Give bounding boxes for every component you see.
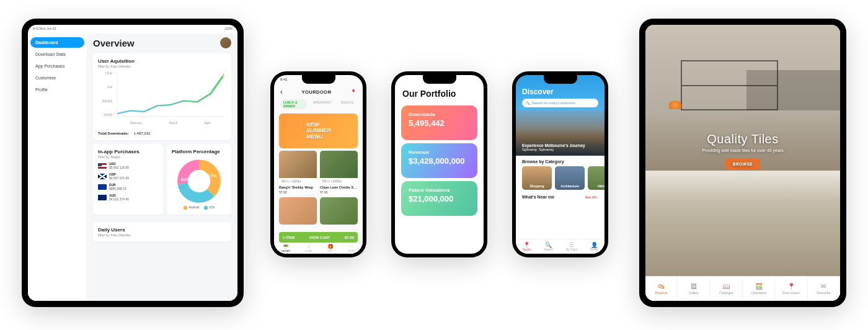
tab-home[interactable]: ⌂HOME — [305, 244, 312, 252]
status-bar: 9:41 Mon Jun 22 100% — [28, 25, 237, 33]
total-downloads-label: Total Downloads: — [98, 132, 129, 135]
tab-subscribe[interactable]: ✉Subscribe — [808, 277, 840, 301]
browse-button[interactable]: BROWSE — [725, 159, 760, 169]
user-icon: 👤 — [590, 243, 598, 248]
category-hiking[interactable]: Hiking — [588, 166, 604, 190]
tab-calculators[interactable]: 🧮Calculators — [743, 277, 775, 301]
phone-discover: Discover 🔍 Search for today's adventure … — [512, 71, 608, 257]
category-shopping[interactable]: Shopping — [522, 166, 552, 190]
ytick: 50,000 — [98, 114, 112, 117]
search-placeholder: Search for today's adventure — [532, 101, 575, 105]
stat-value: 5,495,442 — [409, 118, 470, 128]
tab-gift[interactable]: 🎁GIFT — [327, 244, 334, 252]
food-name: Clean Lean Chicke S… — [320, 185, 358, 189]
stat-label: Revenue — [409, 149, 470, 155]
food-image — [320, 197, 358, 225]
tab-bar: 🥗ORDER ⌂HOME 🎁GIFT ⋯MORE — [274, 243, 363, 254]
sidebar-item-download-stats[interactable]: Download Stats — [30, 49, 84, 60]
stat-patents[interactable]: Patent Valuations $21,000,000 — [401, 181, 477, 216]
currency-value: $4,522,374.45 — [109, 197, 129, 201]
stat-downloads[interactable]: Downloads 5,495,442 — [401, 105, 477, 140]
card-platform-percentage: Platform Percentage 63% 37% Android — [167, 144, 231, 215]
sidebar-item-profile[interactable]: Profile — [30, 84, 84, 95]
tab-my-tours[interactable]: ☰My Tours — [566, 243, 577, 251]
search-input[interactable]: 🔍 Search for today's adventure — [522, 99, 598, 107]
tab-snacks[interactable]: SNACKS — [337, 99, 356, 109]
promo-line: MENU — [306, 134, 331, 140]
card-subheading[interactable]: Filter by: Past 3 Months — [98, 65, 226, 68]
section-heading: What's Near me — [522, 195, 554, 199]
bowl-icon: 🥗 — [281, 244, 290, 249]
xtick: April — [204, 121, 210, 128]
food-item[interactable]: 5M • L • 2450kJ Clean Lean Chicke S… $7.… — [320, 151, 358, 194]
hero-image: Quality Tiles Providing well made tiles … — [645, 25, 840, 276]
food-meta: 5M • L • 2450kJ — [320, 178, 358, 185]
hero-subtitle: Providing well made tiles for over 40 ye… — [702, 148, 784, 153]
promo-banner[interactable]: NEW SUMMER MENU — [279, 114, 358, 148]
tab-more[interactable]: ⋯MORE — [348, 244, 355, 252]
back-button[interactable]: ‹ — [280, 87, 283, 96]
xtick: February — [130, 121, 143, 128]
food-image — [320, 151, 358, 178]
stat-value: $21,000,000 — [409, 194, 470, 203]
flag-eu-icon — [98, 184, 107, 190]
bag-icon: 🛍 — [658, 283, 665, 290]
xtick: March — [169, 121, 178, 128]
tab-products[interactable]: 🛍Products — [645, 277, 678, 301]
sidebar-item-dashboard[interactable]: Dashboard — [30, 37, 84, 48]
ytick: 1.5mil — [98, 72, 112, 75]
tab-search[interactable]: 🔍Search — [544, 243, 553, 251]
tab-catalogue[interactable]: 📖Catalogue — [711, 277, 743, 301]
sidebar-item-customise[interactable]: Customise — [30, 73, 84, 83]
mail-icon: ✉ — [821, 283, 826, 290]
pin-icon: 📍 — [522, 243, 531, 248]
hero-title: Experience Melbourne's Journey — [522, 143, 585, 148]
hero-title: Quality Tiles — [702, 132, 784, 146]
card-subheading[interactable]: Filter by: Past 3 Months — [98, 233, 226, 237]
ytick: 500,000 — [98, 100, 112, 103]
tab-store-locator[interactable]: 📍Store locator — [775, 277, 807, 301]
hero-card[interactable]: Experience Melbourne's Journey Sightseei… — [516, 110, 604, 156]
food-item[interactable] — [320, 197, 358, 225]
view-cart-button[interactable]: 1 ITEM VIEW CART $7.00 — [279, 232, 358, 243]
cart-total: $7.00 — [345, 236, 354, 239]
category-architecture[interactable]: Architecture — [555, 166, 585, 190]
food-price: $7.00 — [279, 190, 317, 194]
tab-bar: 📍Nearby 🔍Search ☰My Tours 👤Profile — [516, 239, 604, 254]
pct-ios: 37% — [207, 173, 217, 179]
food-item[interactable]: 5M • L • 1620kJ Bang'n' Brekky Wrap $7.0… — [279, 151, 317, 194]
search-icon: 🔍 — [526, 101, 530, 105]
food-item[interactable] — [279, 197, 317, 225]
phone-food-order: 9:41 ‹ YOURDOOR 📍 LUNCH & DINNER BREAKFA… — [270, 71, 366, 257]
page-title: Our Portfolio — [395, 87, 484, 102]
see-all-link[interactable]: See All › — [585, 195, 599, 199]
ipad-tiles: Quality Tiles Providing well made tiles … — [639, 19, 846, 307]
avatar[interactable] — [220, 37, 231, 48]
tab-lunch-dinner[interactable]: LUNCH & DINNER — [280, 99, 307, 109]
list-icon: ☰ — [566, 243, 577, 248]
stat-revenue[interactable]: Revenue $3,428,000,000 — [401, 143, 477, 178]
tab-breakfast[interactable]: BREAKFAST — [310, 99, 334, 109]
pin-icon: 📍 — [787, 283, 795, 290]
card-subheading[interactable]: Filter by: Region — [98, 155, 158, 159]
currency-value: $5,902,118.95 — [109, 166, 129, 169]
tab-gallery[interactable]: 🖼Gallery — [678, 277, 710, 301]
gift-icon: 🎁 — [327, 244, 334, 249]
tab-profile[interactable]: 👤Profile — [590, 243, 598, 251]
pct-android: 63% — [181, 177, 191, 182]
flag-gb-icon — [98, 174, 107, 179]
location-icon[interactable]: 📍 — [350, 89, 356, 95]
legend-swatch-android-icon — [184, 206, 187, 210]
tab-nearby[interactable]: 📍Nearby — [522, 243, 531, 251]
total-downloads-value: 1,487,232 — [134, 132, 151, 135]
sidebar-item-app-purchases[interactable]: App Purchases — [30, 61, 84, 71]
card-heading: In-app Purchases — [98, 149, 158, 154]
hero-subtitle: Sightseeing · Sightseeing — [522, 148, 585, 152]
ytick: 1mil — [98, 86, 112, 89]
phone-portfolio: Our Portfolio Downloads 5,495,442 Revenu… — [391, 71, 487, 257]
svg-point-0 — [222, 74, 224, 76]
tab-order[interactable]: 🥗ORDER — [281, 244, 290, 252]
stat-label: Patent Valuations — [409, 187, 470, 193]
cart-count: 1 ITEM — [283, 236, 294, 239]
currency-value: $2,507,072.55 — [109, 176, 129, 180]
